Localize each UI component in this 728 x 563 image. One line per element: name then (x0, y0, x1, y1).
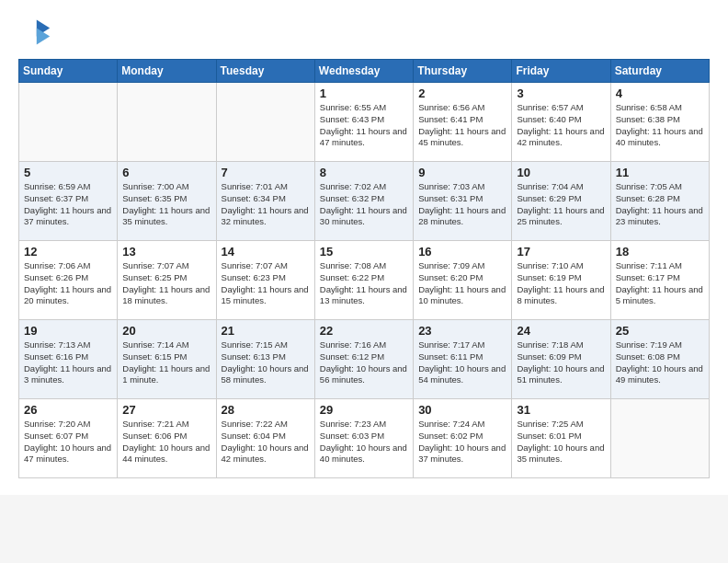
day-info: Sunrise: 7:23 AMSunset: 6:03 PMDaylight:… (320, 419, 408, 465)
sunset-text: Sunset: 6:40 PM (517, 114, 581, 124)
weekday-header: Thursday (414, 60, 512, 83)
sunrise-text: Sunrise: 6:55 AM (320, 102, 386, 112)
calendar-cell: 22Sunrise: 7:16 AMSunset: 6:12 PMDayligh… (314, 320, 413, 399)
daylight-text: Daylight: 11 hours and 18 minutes. (122, 284, 210, 306)
sunrise-text: Sunrise: 7:21 AM (122, 419, 188, 429)
logo (18, 17, 57, 50)
calendar-cell: 25Sunrise: 7:19 AMSunset: 6:08 PMDayligh… (610, 320, 709, 399)
sunset-text: Sunset: 6:19 PM (517, 272, 581, 282)
daylight-text: Daylight: 11 hours and 40 minutes. (616, 126, 703, 148)
calendar-cell: 12Sunrise: 7:06 AMSunset: 6:26 PMDayligh… (19, 241, 118, 320)
day-info: Sunrise: 7:21 AMSunset: 6:06 PMDaylight:… (122, 419, 210, 465)
daylight-text: Daylight: 11 hours and 5 minutes. (616, 284, 703, 306)
daylight-text: Daylight: 11 hours and 8 minutes. (517, 284, 604, 306)
day-number: 9 (418, 166, 506, 179)
calendar-cell (118, 83, 216, 162)
sunrise-text: Sunrise: 7:13 AM (24, 339, 90, 350)
daylight-text: Daylight: 11 hours and 3 minutes. (24, 363, 111, 385)
daylight-text: Daylight: 11 hours and 23 minutes. (616, 205, 703, 227)
daylight-text: Daylight: 10 hours and 58 minutes. (222, 363, 309, 385)
sunrise-text: Sunrise: 7:09 AM (418, 260, 484, 270)
day-number: 10 (517, 166, 605, 179)
day-info: Sunrise: 7:24 AMSunset: 6:02 PMDaylight:… (418, 419, 506, 465)
daylight-text: Daylight: 11 hours and 15 minutes. (222, 284, 309, 306)
day-info: Sunrise: 7:16 AMSunset: 6:12 PMDaylight:… (320, 339, 408, 386)
day-info: Sunrise: 6:56 AMSunset: 6:41 PMDaylight:… (418, 102, 506, 149)
daylight-text: Daylight: 10 hours and 47 minutes. (24, 442, 111, 465)
sunrise-text: Sunrise: 6:57 AM (517, 102, 583, 112)
header (18, 17, 710, 50)
calendar-cell: 28Sunrise: 7:22 AMSunset: 6:04 PMDayligh… (216, 399, 314, 478)
svg-rect-0 (18, 17, 51, 50)
sunrise-text: Sunrise: 7:24 AM (418, 419, 484, 429)
sunrise-text: Sunrise: 7:03 AM (418, 181, 484, 191)
sunset-text: Sunset: 6:43 PM (320, 114, 384, 124)
sunrise-text: Sunrise: 7:15 AM (222, 339, 288, 350)
sunset-text: Sunset: 6:08 PM (616, 351, 680, 362)
sunrise-text: Sunrise: 7:10 AM (517, 260, 583, 270)
sunset-text: Sunset: 6:28 PM (616, 193, 680, 203)
daylight-text: Daylight: 10 hours and 40 minutes. (320, 442, 407, 465)
day-number: 24 (517, 324, 605, 338)
sunrise-text: Sunrise: 6:59 AM (24, 181, 90, 191)
day-number: 18 (616, 245, 704, 259)
sunset-text: Sunset: 6:16 PM (24, 351, 88, 362)
sunset-text: Sunset: 6:23 PM (222, 272, 286, 282)
sunrise-text: Sunrise: 7:22 AM (222, 419, 288, 429)
sunrise-text: Sunrise: 7:00 AM (122, 181, 188, 191)
daylight-text: Daylight: 10 hours and 44 minutes. (122, 442, 210, 465)
calendar-cell: 27Sunrise: 7:21 AMSunset: 6:06 PMDayligh… (118, 399, 216, 478)
day-number: 28 (222, 403, 310, 417)
day-info: Sunrise: 7:07 AMSunset: 6:25 PMDaylight:… (122, 260, 210, 307)
day-info: Sunrise: 6:59 AMSunset: 6:37 PMDaylight:… (24, 181, 112, 228)
daylight-text: Daylight: 10 hours and 51 minutes. (517, 363, 604, 385)
sunset-text: Sunset: 6:31 PM (418, 193, 483, 203)
day-info: Sunrise: 6:57 AMSunset: 6:40 PMDaylight:… (517, 102, 605, 149)
sunrise-text: Sunrise: 7:17 AM (418, 339, 484, 350)
calendar-cell: 16Sunrise: 7:09 AMSunset: 6:20 PMDayligh… (414, 241, 512, 320)
day-number: 23 (418, 324, 506, 338)
calendar-cell: 23Sunrise: 7:17 AMSunset: 6:11 PMDayligh… (414, 320, 512, 399)
sunrise-text: Sunrise: 7:06 AM (24, 260, 90, 270)
day-info: Sunrise: 7:14 AMSunset: 6:15 PMDaylight:… (122, 339, 210, 386)
daylight-text: Daylight: 11 hours and 10 minutes. (418, 284, 506, 306)
calendar-week-row: 12Sunrise: 7:06 AMSunset: 6:26 PMDayligh… (19, 241, 710, 320)
day-info: Sunrise: 7:17 AMSunset: 6:11 PMDaylight:… (418, 339, 506, 386)
calendar-cell (19, 83, 118, 162)
sunrise-text: Sunrise: 7:16 AM (320, 339, 386, 350)
day-info: Sunrise: 7:01 AMSunset: 6:34 PMDaylight:… (222, 181, 310, 228)
calendar-cell: 2Sunrise: 6:56 AMSunset: 6:41 PMDaylight… (414, 83, 512, 162)
calendar-cell: 17Sunrise: 7:10 AMSunset: 6:19 PMDayligh… (512, 241, 610, 320)
day-number: 2 (418, 86, 506, 100)
weekday-header-row: SundayMondayTuesdayWednesdayThursdayFrid… (19, 60, 710, 83)
daylight-text: Daylight: 11 hours and 25 minutes. (517, 205, 604, 227)
sunset-text: Sunset: 6:35 PM (122, 193, 187, 203)
day-number: 14 (222, 245, 310, 259)
daylight-text: Daylight: 10 hours and 56 minutes. (320, 363, 407, 385)
day-number: 15 (320, 245, 408, 259)
day-info: Sunrise: 7:19 AMSunset: 6:08 PMDaylight:… (616, 339, 704, 386)
day-number: 11 (616, 166, 704, 179)
calendar-table: SundayMondayTuesdayWednesdayThursdayFrid… (18, 59, 710, 478)
calendar-cell: 21Sunrise: 7:15 AMSunset: 6:13 PMDayligh… (216, 320, 314, 399)
day-info: Sunrise: 6:58 AMSunset: 6:38 PMDaylight:… (616, 102, 704, 149)
sunset-text: Sunset: 6:03 PM (320, 431, 384, 441)
day-info: Sunrise: 7:15 AMSunset: 6:13 PMDaylight:… (222, 339, 310, 386)
daylight-text: Daylight: 10 hours and 42 minutes. (222, 442, 309, 465)
calendar-cell: 8Sunrise: 7:02 AMSunset: 6:32 PMDaylight… (314, 162, 413, 241)
sunrise-text: Sunrise: 6:56 AM (418, 102, 484, 112)
sunrise-text: Sunrise: 7:23 AM (320, 419, 386, 429)
calendar-cell: 7Sunrise: 7:01 AMSunset: 6:34 PMDaylight… (216, 162, 314, 241)
sunrise-text: Sunrise: 7:01 AM (222, 181, 288, 191)
daylight-text: Daylight: 10 hours and 54 minutes. (418, 363, 506, 385)
day-number: 12 (24, 245, 112, 259)
sunset-text: Sunset: 6:25 PM (122, 272, 187, 282)
weekday-header: Saturday (610, 60, 709, 83)
daylight-text: Daylight: 11 hours and 47 minutes. (320, 126, 407, 148)
logo-icon (18, 17, 51, 50)
sunset-text: Sunset: 6:32 PM (320, 193, 384, 203)
daylight-text: Daylight: 11 hours and 32 minutes. (222, 205, 309, 227)
weekday-header: Tuesday (216, 60, 314, 83)
sunrise-text: Sunrise: 6:58 AM (616, 102, 682, 112)
sunrise-text: Sunrise: 7:04 AM (517, 181, 583, 191)
